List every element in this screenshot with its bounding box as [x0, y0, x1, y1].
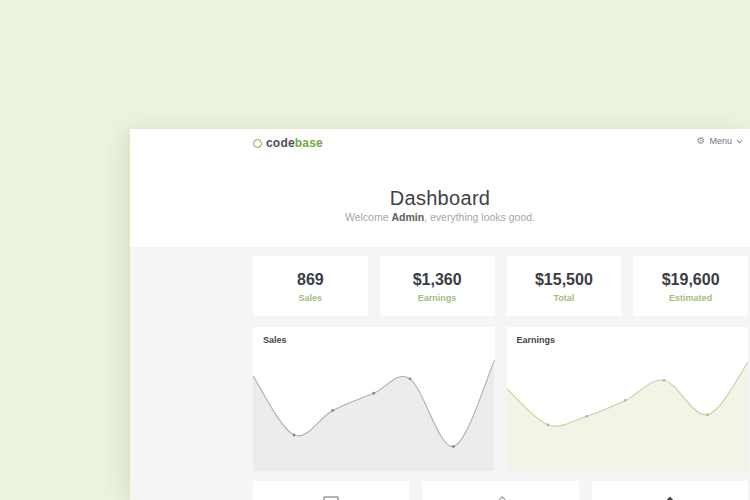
monitor-icon: [323, 496, 339, 500]
stat-label: Sales: [253, 293, 368, 303]
welcome-pre: Welcome: [345, 211, 392, 223]
widget-card-3[interactable]: [592, 481, 748, 500]
stat-card-earnings: $1,360 Earnings: [380, 256, 495, 316]
stat-card-total: $15,500 Total: [507, 256, 622, 316]
welcome-username: Admin: [391, 211, 424, 223]
menu-button[interactable]: ⚙ Menu: [697, 136, 743, 146]
stat-label: Total: [507, 293, 622, 303]
earnings-chart-panel: Earnings: [507, 327, 749, 471]
logo-suffix: base: [295, 136, 323, 150]
logo[interactable]: codebase: [253, 136, 323, 150]
page-subtitle: Welcome Admin, everything looks good.: [130, 211, 750, 223]
widget-card-1[interactable]: [253, 481, 409, 500]
logo-text: codebase: [266, 136, 323, 150]
stat-value: $19,600: [633, 271, 748, 289]
sales-chart-panel: Sales: [253, 327, 495, 471]
stat-value: $15,500: [507, 271, 622, 289]
welcome-post: , everything looks good.: [424, 211, 535, 223]
page-title: Dashboard: [130, 187, 750, 210]
pencil-icon: [492, 496, 508, 500]
sales-area-chart: [253, 327, 495, 471]
stat-value: 869: [253, 271, 368, 289]
menu-label: Menu: [709, 136, 732, 146]
stat-card-sales: 869 Sales: [253, 256, 368, 316]
chart-title: Earnings: [517, 335, 556, 345]
chevron-down-icon: [736, 139, 743, 144]
stat-value: $1,360: [380, 271, 495, 289]
widget-card-2[interactable]: [422, 481, 578, 500]
stat-card-estimated: $19,600 Estimated: [633, 256, 748, 316]
stat-label: Earnings: [380, 293, 495, 303]
logo-icon: [253, 139, 262, 148]
chart-title: Sales: [263, 335, 287, 345]
stats-row: 869 Sales $1,360 Earnings $15,500 Total …: [253, 256, 748, 316]
gear-icon: ⚙: [697, 136, 706, 146]
charts-row: Sales Earnings: [253, 327, 748, 471]
stat-label: Estimated: [633, 293, 748, 303]
app-window: codebase ⚙ Menu Dashboard Welcome Admin,…: [130, 129, 750, 500]
logo-prefix: code: [266, 136, 295, 150]
app-header: codebase ⚙ Menu Dashboard Welcome Admin,…: [130, 129, 750, 247]
earnings-area-chart: [507, 327, 749, 471]
widgets-row: [253, 481, 748, 500]
arrow-up-icon: [662, 496, 678, 500]
